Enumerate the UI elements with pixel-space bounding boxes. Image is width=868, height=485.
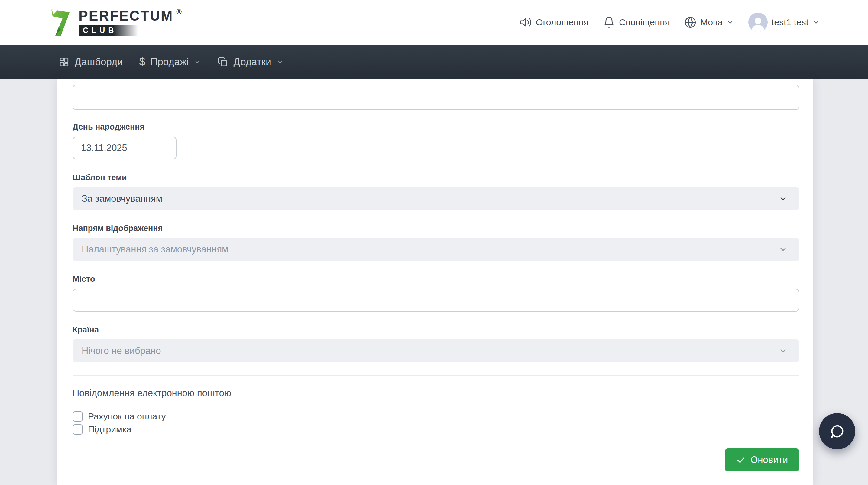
theme-template-value: За замовчуванням	[82, 193, 162, 204]
check-icon	[736, 455, 745, 464]
email-notifications-title: Повідомлення електронною поштою	[72, 388, 799, 399]
brand-sub: CLUB	[79, 25, 138, 36]
language-label: Мова	[700, 17, 723, 28]
theme-template-label: Шаблон теми	[72, 172, 799, 183]
display-direction-group: Напрям відображення Налаштування за замо…	[72, 223, 799, 261]
nav-addons-label: Додатки	[233, 56, 271, 68]
chevron-down-icon	[194, 58, 201, 66]
theme-template-group: Шаблон теми За замовчуванням	[72, 172, 799, 210]
dashboard-grid-icon	[59, 57, 69, 67]
section-divider	[72, 375, 799, 376]
chevron-down-icon	[812, 19, 819, 26]
city-input[interactable]	[72, 289, 799, 312]
avatar	[748, 13, 768, 32]
country-label: Країна	[72, 324, 799, 335]
bell-icon	[603, 16, 615, 28]
notifications-label: Сповіщення	[619, 17, 670, 28]
birthday-input[interactable]	[72, 136, 177, 159]
user-name: test1 test	[772, 17, 808, 28]
city-group: Місто	[72, 273, 799, 312]
chevron-down-icon	[779, 245, 787, 254]
country-group: Країна Нічого не вибрано	[72, 324, 799, 362]
update-button-label: Оновити	[750, 454, 788, 465]
country-select[interactable]: Нічого не вибрано	[72, 340, 799, 362]
registered-mark: ®	[176, 9, 182, 15]
form-actions: Оновити	[72, 449, 799, 472]
chevron-down-icon	[277, 58, 284, 66]
invoice-checkbox-row: Рахунок на оплату	[72, 411, 799, 422]
support-checkbox[interactable]	[72, 424, 83, 434]
avatar-person-icon	[749, 14, 767, 32]
support-checkbox-row: Підтримка	[72, 424, 799, 434]
nav-sales-label: Продажі	[151, 56, 189, 68]
header-actions: Оголошення Сповіщення Мова	[520, 13, 819, 32]
chevron-down-icon	[726, 19, 734, 26]
announcements-button[interactable]: Оголошення	[520, 16, 588, 28]
display-direction-select[interactable]: Налаштування за замовчуванням	[72, 238, 799, 261]
content-area: День народження Шаблон теми За замовчува…	[0, 79, 868, 485]
copy-stack-icon	[217, 57, 228, 67]
invoice-checkbox[interactable]	[72, 411, 83, 422]
display-direction-value: Налаштування за замовчуванням	[82, 244, 228, 255]
logo-seven-icon	[50, 8, 71, 36]
notifications-button[interactable]: Сповіщення	[603, 16, 670, 28]
announcements-label: Оголошення	[536, 17, 588, 28]
display-direction-label: Напрям відображення	[72, 223, 799, 234]
birthday-group: День народження	[72, 121, 799, 159]
update-button[interactable]: Оновити	[725, 449, 799, 472]
top-header: PERFECTUM ® CLUB Оголошення	[0, 0, 868, 45]
brand-name: PERFECTUM	[79, 9, 173, 23]
brand-text: PERFECTUM ® CLUB	[79, 9, 182, 36]
main-nav: Дашборди $ Продажі Додатки	[0, 45, 868, 79]
form-field-top-input[interactable]	[72, 85, 799, 110]
country-value: Нічого не вибрано	[82, 346, 161, 356]
support-checkbox-label[interactable]: Підтримка	[88, 424, 131, 434]
megaphone-icon	[520, 16, 532, 28]
chat-widget-button[interactable]	[819, 413, 855, 449]
invoice-checkbox-label[interactable]: Рахунок на оплату	[88, 411, 166, 422]
city-label: Місто	[72, 273, 799, 285]
chevron-down-icon	[779, 194, 787, 203]
profile-form-card: День народження Шаблон теми За замовчува…	[57, 79, 813, 485]
user-menu[interactable]: test1 test	[748, 13, 819, 32]
nav-item-addons[interactable]: Додатки	[217, 56, 283, 68]
chevron-down-icon	[779, 347, 787, 355]
nav-item-sales[interactable]: $ Продажі	[139, 56, 201, 68]
nav-item-dashboards[interactable]: Дашборди	[59, 56, 123, 68]
chat-bubble-icon	[829, 422, 846, 440]
theme-template-select[interactable]: За замовчуванням	[72, 187, 799, 210]
language-menu[interactable]: Мова	[684, 16, 734, 28]
dollar-icon: $	[139, 56, 145, 68]
globe-icon	[684, 16, 696, 28]
brand-logo[interactable]: PERFECTUM ® CLUB	[50, 8, 182, 36]
nav-dashboards-label: Дашборди	[75, 56, 123, 68]
birthday-label: День народження	[72, 121, 799, 132]
page: PERFECTUM ® CLUB Оголошення	[0, 0, 868, 485]
